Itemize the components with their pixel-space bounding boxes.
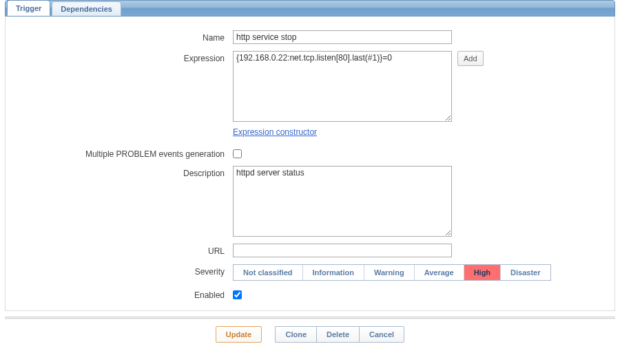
severity-label: Severity — [12, 264, 233, 277]
expression-constructor-link[interactable]: Expression constructor — [233, 127, 317, 137]
enabled-label: Enabled — [12, 288, 233, 300]
url-label: URL — [12, 244, 233, 256]
severity-not-classified[interactable]: Not classified — [234, 265, 303, 280]
tab-trigger[interactable]: Trigger — [7, 0, 50, 16]
update-button[interactable]: Update — [216, 326, 262, 343]
add-button[interactable]: Add — [457, 51, 484, 66]
cancel-button[interactable]: Cancel — [359, 326, 404, 343]
severity-high[interactable]: High — [464, 265, 501, 280]
separator — [5, 317, 615, 318]
footer-buttons: Update Clone Delete Cancel — [5, 326, 615, 343]
tab-dependencies[interactable]: Dependencies — [52, 1, 121, 16]
multiple-problem-checkbox[interactable] — [233, 149, 242, 158]
enabled-checkbox[interactable] — [233, 290, 242, 299]
tab-bar: Trigger Dependencies — [5, 0, 615, 17]
expression-textarea[interactable] — [233, 51, 452, 122]
description-textarea[interactable] — [233, 166, 452, 237]
delete-button[interactable]: Delete — [316, 326, 359, 343]
severity-information[interactable]: Information — [303, 265, 365, 280]
clone-button[interactable]: Clone — [275, 326, 316, 343]
multiple-problem-label: Multiple PROBLEM events generation — [12, 147, 233, 159]
form-container: Name Expression Add Expression construct… — [5, 17, 615, 311]
severity-group: Not classified Information Warning Avera… — [233, 264, 551, 281]
name-label: Name — [12, 30, 233, 43]
description-label: Description — [12, 166, 233, 178]
url-input[interactable] — [233, 244, 452, 257]
severity-average[interactable]: Average — [415, 265, 464, 280]
severity-warning[interactable]: Warning — [364, 265, 415, 280]
name-input[interactable] — [233, 30, 452, 44]
footer-button-group: Clone Delete Cancel — [275, 326, 404, 343]
expression-label: Expression — [12, 51, 233, 63]
severity-disaster[interactable]: Disaster — [501, 265, 550, 280]
